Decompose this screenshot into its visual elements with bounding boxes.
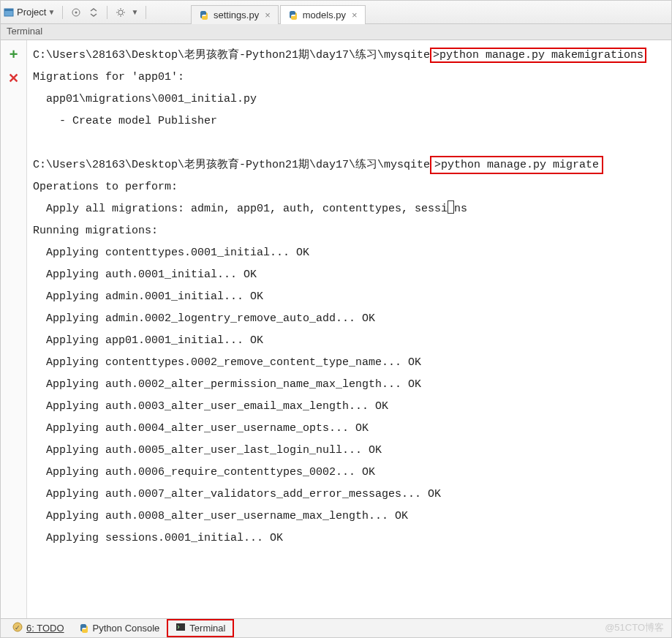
python-icon (79, 623, 89, 634)
terminal-line: app01\migrations\0001_initial.py (33, 93, 257, 105)
target-icon[interactable] (69, 6, 83, 19)
terminal-panel-title: Terminal (1, 24, 671, 40)
todo-tab[interactable]: ✓ 6: TODO (5, 619, 72, 637)
close-icon[interactable]: × (265, 10, 271, 20)
close-session-button[interactable]: ✕ (8, 70, 19, 86)
todo-icon: ✓ (12, 622, 23, 634)
terminal-line: Applying sessions.0001_initial... OK (33, 532, 283, 544)
terminal-output[interactable]: C:\Users\28163\Desktop\老男孩教育-Python21期\d… (27, 40, 671, 618)
terminal-line: Applying auth.0007_alter_validators_add_… (33, 488, 441, 500)
tab-models[interactable]: models.py × (280, 5, 366, 24)
close-icon[interactable]: × (352, 10, 358, 20)
text-cursor (448, 200, 454, 214)
svg-rect-1 (4, 9, 13, 11)
tab-label: settings.py (214, 10, 259, 20)
svg-point-4 (118, 10, 123, 15)
project-dropdown[interactable]: Project (17, 7, 46, 18)
terminal-line: Applying admin.0001_initial... OK (33, 290, 263, 303)
terminal-line: - Create model Publisher (33, 115, 217, 127)
new-session-button[interactable]: + (10, 46, 18, 63)
terminal-line: Applying admin.0002_logentry_remove_auto… (33, 312, 375, 325)
gear-icon[interactable] (114, 6, 127, 19)
terminal-line: Apply all migrations: admin, app01, auth… (33, 203, 467, 215)
python-file-icon (288, 10, 298, 20)
terminal-line: Applying auth.0006_require_contenttypes_… (33, 466, 375, 478)
todo-label: 6: TODO (26, 623, 64, 634)
terminal-line: Operations to perform: (33, 181, 178, 193)
bottom-tool-tabs: ✓ 6: TODO Python Console Terminal @51CTO… (1, 618, 671, 637)
project-dropdown-arrow[interactable]: ▼ (48, 8, 55, 16)
tab-label: models.py (303, 10, 346, 20)
tab-settings[interactable]: settings.py × (191, 5, 279, 24)
toolbar-separator (107, 6, 107, 19)
highlight-makemigrations: >python manage.py makemigrations (430, 48, 646, 63)
watermark: @51CTO博客 (605, 621, 664, 634)
terminal-line: Applying auth.0008_alter_user_username_m… (33, 510, 408, 522)
svg-text:✓: ✓ (15, 624, 20, 631)
terminal-tab[interactable]: Terminal (167, 619, 234, 637)
terminal-line: Applying auth.0001_initial... OK (33, 269, 257, 281)
terminal-line: Applying contenttypes.0001_initial... OK (33, 247, 309, 259)
terminal-line: Applying auth.0003_alter_user_email_max_… (33, 400, 388, 413)
terminal-line: Applying auth.0004_alter_user_username_o… (33, 422, 369, 435)
terminal-line: Applying auth.0002_alter_permission_name… (33, 378, 421, 391)
toolbar-separator (62, 6, 63, 19)
terminal-icon (175, 622, 186, 634)
terminal-line: Applying auth.0005_alter_user_last_login… (33, 444, 382, 457)
terminal-tab-label: Terminal (189, 623, 225, 634)
python-console-label: Python Console (93, 623, 160, 634)
terminal-gutter: + ✕ (1, 40, 27, 618)
svg-point-3 (75, 11, 78, 13)
terminal-line: Applying app01.0001_initial... OK (33, 334, 263, 347)
python-file-icon (199, 10, 209, 20)
highlight-migrate: >python manage.py migrate (430, 156, 603, 174)
collapse-icon[interactable] (87, 6, 100, 19)
terminal-line: Applying contenttypes.0002_remove_conten… (33, 356, 421, 369)
svg-rect-7 (176, 623, 185, 631)
gear-dropdown-arrow[interactable]: ▼ (131, 8, 138, 16)
terminal-line: Running migrations: (33, 225, 158, 237)
terminal-line (33, 137, 39, 149)
toolbar-separator (146, 6, 146, 19)
project-icon (4, 7, 14, 18)
terminal-line: C:\Users\28163\Desktop\老男孩教育-Python21期\d… (33, 159, 430, 171)
python-console-tab[interactable]: Python Console (72, 619, 167, 637)
terminal-line: C:\Users\28163\Desktop\老男孩教育-Python21期\d… (33, 49, 430, 61)
terminal-line: Migrations for 'app01': (33, 71, 184, 83)
